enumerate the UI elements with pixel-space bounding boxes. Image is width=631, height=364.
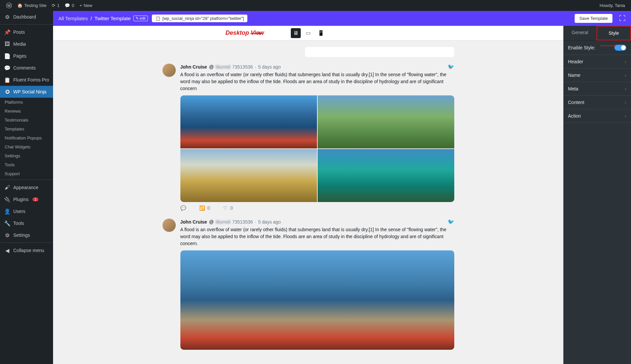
panel-tabs: General Style [563,26,631,41]
updates-link[interactable]: ⟳1 [49,0,62,11]
plug-icon: 🔌 [4,196,11,203]
comment-icon: 💬 [4,65,11,71]
menu-wp-social-ninja[interactable]: ✪WP Social Ninja [0,86,53,98]
enable-style-row: Enable Style: [563,41,631,55]
chevron-right-icon: › [625,86,626,91]
handle-at: @ [209,64,214,70]
wrench-icon: 🔧 [4,220,11,227]
menu-dashboard[interactable]: ⚙Dashboard [0,11,53,23]
menu-media[interactable]: 🖼Media [0,38,53,50]
menu-plugins[interactable]: 🔌Plugins1 [0,193,53,205]
edit-title-button[interactable]: ✎ edit [133,16,148,21]
breadcrumb-sep: / [91,16,92,21]
plugins-badge: 1 [32,197,38,201]
refresh-icon: ⟳ [52,3,55,8]
annotation-arrow [250,33,262,34]
menu-posts[interactable]: 📌Posts [0,26,53,38]
section-meta[interactable]: Meta› [563,82,631,96]
menu-tools[interactable]: 🔧Tools [0,217,53,229]
menu-appearance[interactable]: 🖌Appearance [0,182,53,193]
menu-collapse[interactable]: ◀Collapse menu [0,244,53,256]
mobile-icon: 📱 [318,30,324,36]
user-icon: 👤 [4,208,11,215]
section-action[interactable]: Action› [563,109,631,123]
menu-comments[interactable]: 💬Comments [0,62,53,74]
tweet-image[interactable] [180,149,317,202]
reply-icon: 💬 [180,205,186,211]
menu-pages[interactable]: 📄Pages [0,50,53,62]
chevron-right-icon: › [625,73,626,78]
section-name[interactable]: Name› [563,69,631,82]
section-content[interactable]: Content› [563,96,631,109]
comments-link[interactable]: 💬0 [62,0,77,11]
form-icon: 📋 [4,77,11,83]
tweet-image[interactable] [180,95,317,148]
fullscreen-icon[interactable]: ⛶ [619,15,626,22]
shortcode-display[interactable]: 📋 [wp_social_ninja id="28" platform="twi… [152,15,247,22]
avatar[interactable] [162,219,176,232]
view-switcher: Desktop View 🖥 ▭ 📱 [53,26,563,40]
tweet: John Cruise @blurred73513536 · 5 days ag… [162,219,454,350]
submenu-platforms[interactable]: Platforms [0,98,53,107]
new-content-link[interactable]: +New [77,0,95,11]
tweet-author[interactable]: John Cruise [180,64,207,70]
reply-button[interactable]: 💬 [180,205,186,211]
submenu-tools[interactable]: Tools [0,160,53,169]
tweet-handle-suffix: 73513536 [232,64,253,70]
submenu-templates[interactable]: Templates [0,125,53,133]
menu-settings[interactable]: ⚙Settings [0,229,53,241]
save-template-button[interactable]: Save Template [575,14,612,23]
submenu-settings[interactable]: Settings [0,151,53,160]
heart-icon: ♡ [223,205,227,211]
submenu-testimonials[interactable]: Testimonials [0,116,53,125]
section-header[interactable]: Header› [563,55,631,69]
avatar[interactable] [162,64,176,77]
tweet-image[interactable] [318,95,454,148]
tab-style[interactable]: Style [597,26,631,40]
retweet-icon: 🔁 [199,205,205,211]
mobile-view-button[interactable]: 📱 [316,28,326,38]
tab-general[interactable]: General [563,26,597,40]
like-button[interactable]: ♡0 [223,205,233,211]
tweet-author[interactable]: John Cruise [180,219,207,225]
tweet-actions: 💬 🔁0 ♡0 [180,205,454,211]
dot-sep: · [255,64,256,70]
pin-icon: 📌 [4,29,11,35]
twitter-icon[interactable]: 🐦 [448,64,454,70]
preview-area: Desktop View 🖥 ▭ 📱 John Cruise @blurred7… [53,26,563,364]
desktop-view-button[interactable]: 🖥 [291,28,301,38]
submenu-chat-widgets[interactable]: Chat Widgets [0,142,53,151]
chevron-right-icon: › [625,113,626,119]
chevron-right-icon: › [625,59,626,64]
admin-sidebar: ⚙Dashboard 📌Posts 🖼Media 📄Pages 💬Comment… [0,11,53,364]
submenu-reviews[interactable]: Reviews [0,107,53,116]
media-icon: 🖼 [4,41,11,47]
tweet-image[interactable] [180,250,454,350]
tweet-media-grid[interactable] [180,95,454,202]
dashboard-icon: ⚙ [4,14,11,20]
desktop-icon: 🖥 [293,30,298,36]
retweet-button[interactable]: 🔁0 [199,205,210,211]
ninja-icon: ✪ [4,88,11,95]
breadcrumb-all-templates[interactable]: All Templates [58,16,88,21]
site-name-link[interactable]: 🏠Testing Site [15,0,49,11]
tablet-view-button[interactable]: ▭ [303,28,313,38]
tweet-handle-blur: blurred [216,219,230,225]
empty-card [305,47,454,57]
submenu-support[interactable]: Support [0,169,53,178]
breadcrumb-current: Twitter Template [95,16,131,21]
handle-at: @ [209,219,214,225]
settings-panel: General Style Enable Style: Header› Name… [563,26,631,364]
sliders-icon: ⚙ [4,232,11,238]
wp-logo[interactable]: ⓦ [3,0,15,11]
tweet-image[interactable] [318,149,454,202]
menu-fluent-forms[interactable]: 📋Fluent Forms Pro [0,74,53,86]
twitter-icon[interactable]: 🐦 [448,219,454,225]
comment-icon: 💬 [65,3,70,8]
enable-style-toggle[interactable] [614,45,626,51]
brush-icon: 🖌 [4,184,11,191]
user-greeting[interactable]: Howdy, Tania [597,0,628,11]
menu-users[interactable]: 👤Users [0,205,53,217]
tweet-handle-suffix: 73513536 [232,219,253,225]
submenu-notification-popups[interactable]: Notification Popups [0,133,53,142]
